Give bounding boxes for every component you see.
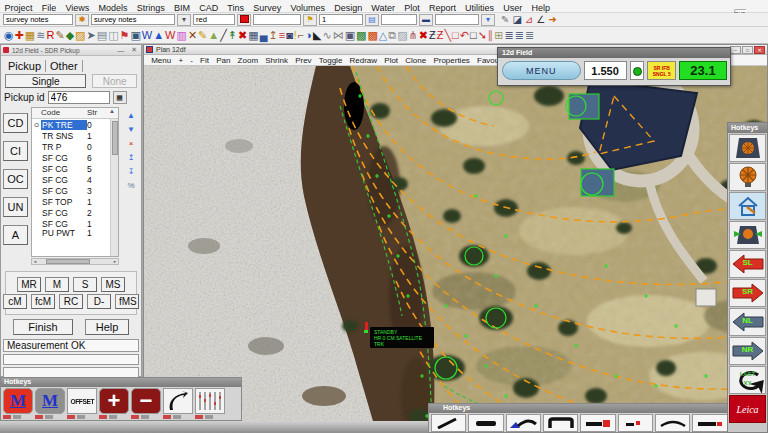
menu-item[interactable]: BIM	[169, 3, 194, 13]
toolbar-icon[interactable]: ▥	[176, 28, 186, 43]
linestyle-hotkey[interactable]	[543, 414, 578, 432]
code-table-row[interactable]: TR SNS 1	[32, 130, 118, 141]
blank-input-2[interactable]	[381, 14, 417, 25]
code-table-row[interactable]: PU PWT 1	[32, 229, 118, 237]
code-shortcut-button[interactable]: A	[3, 225, 28, 245]
plan-menu-item[interactable]: Prev	[292, 56, 316, 65]
toolbar-icon[interactable]: ➘	[478, 28, 487, 43]
toolbar-icon[interactable]: ≡	[279, 28, 285, 43]
toolbar-icon[interactable]: ↟	[228, 28, 237, 43]
toolbar-icon[interactable]: ◆	[66, 28, 74, 43]
toolbar-icon[interactable]: □	[470, 28, 477, 43]
flag-icon[interactable]: ⚑	[303, 14, 317, 26]
plus-hotkey-button[interactable]: +	[99, 388, 129, 414]
linestyle-hotkey[interactable]	[692, 414, 727, 432]
colour-input[interactable]	[193, 14, 235, 25]
measure-button[interactable]: cM	[3, 294, 27, 309]
toolbar-icon[interactable]: ▨	[397, 28, 407, 43]
scroll-up-icon[interactable]: ▲	[109, 108, 118, 118]
dialog-tab[interactable]: Pickup	[4, 60, 46, 72]
table-tool-icon[interactable]: ↧	[128, 167, 135, 176]
toolbar-icon[interactable]: ▦	[25, 28, 35, 43]
plan-menu-item[interactable]: +	[175, 56, 187, 65]
toolbar-icon[interactable]: ◉	[4, 28, 14, 43]
dialog-titlebar[interactable]: 12d Field - SDR Pickup — ✕	[1, 45, 141, 56]
toolbar-icon[interactable]: ∠	[536, 14, 545, 26]
table-vscrollbar[interactable]	[110, 119, 118, 257]
dropdown-icon[interactable]: ▾	[177, 14, 191, 26]
colour-swatch[interactable]	[237, 14, 251, 26]
toolbar-icon[interactable]: Ƶ	[429, 28, 436, 43]
toolbar-icon[interactable]: R	[46, 28, 54, 43]
blank-input-3[interactable]	[435, 14, 479, 25]
toolbar-icon[interactable]: ✎	[198, 28, 207, 43]
menu-item[interactable]: File	[37, 3, 61, 13]
menu-item[interactable]: Survey	[249, 3, 286, 13]
plan-menu-item[interactable]: Menu	[148, 56, 175, 65]
toolbar-icon[interactable]: ➜	[548, 14, 556, 26]
shot-left-hotkey[interactable]: SL	[729, 250, 766, 278]
toolbar-icon[interactable]: ↥	[268, 28, 277, 43]
menu-item[interactable]: Help	[527, 3, 555, 13]
maximize-icon[interactable]: □	[742, 46, 753, 54]
toolbar-icon[interactable]: ◙	[286, 28, 293, 43]
search-target-hotkey[interactable]	[729, 221, 766, 249]
toolbar-icon[interactable]: ▤	[97, 28, 107, 43]
linestyle-icon[interactable]: ▬	[419, 14, 433, 26]
toolbar-icon[interactable]: ◪	[512, 14, 521, 26]
pickup-id-input[interactable]	[48, 91, 110, 104]
toolbar-icon[interactable]: ✎	[55, 28, 64, 43]
dropdown-icon-2[interactable]: ▾	[481, 14, 495, 26]
table-tool-icon[interactable]: ×	[129, 139, 134, 148]
next-right-hotkey[interactable]: NR	[729, 337, 766, 365]
measure-button[interactable]: fMS	[115, 294, 139, 309]
prism-hotkey[interactable]	[729, 163, 766, 191]
staff-hotkey-button[interactable]	[195, 388, 225, 414]
pickup-id-picker-icon[interactable]: ▦	[113, 91, 127, 104]
code-shortcut-button[interactable]: CI	[3, 141, 28, 161]
code-table-row[interactable]: TR P 0	[32, 141, 118, 152]
toolbar-icon[interactable]: △	[379, 28, 387, 43]
toolbar-icon[interactable]: ⚑	[120, 28, 130, 43]
shot-right-hotkey[interactable]: SR	[729, 279, 766, 307]
linestyle-hotkey[interactable]	[655, 414, 690, 432]
none-button[interactable]: None	[92, 74, 137, 88]
toolbar-icon[interactable]: ╲	[444, 28, 451, 43]
linestyle-hotkey[interactable]	[431, 414, 466, 432]
code-table-row[interactable]: SF CG 3	[32, 185, 118, 196]
toolbar-icon[interactable]: W	[142, 28, 152, 43]
toolbar-icon[interactable]: ▣	[345, 28, 355, 43]
menu-item[interactable]: CAD	[195, 3, 223, 13]
toolbar-icon[interactable]: ✚	[15, 28, 24, 43]
plan-menu-item[interactable]: Shrink	[262, 56, 292, 65]
menu-item[interactable]: Utilities	[461, 3, 499, 13]
code-table[interactable]: Code Str ▲ O PK TRE 0	[31, 107, 119, 257]
toolbar-icon[interactable]: ≣	[525, 28, 534, 43]
single-button[interactable]: Single	[5, 74, 86, 88]
toolbar-icon[interactable]: ▩	[367, 28, 377, 43]
next-left-hotkey[interactable]: NL	[729, 308, 766, 336]
toolbar-icon[interactable]: ⋈	[333, 28, 344, 43]
menu-item[interactable]: Report	[424, 3, 460, 13]
toolbar-icon[interactable]: ╱	[220, 28, 227, 43]
field-menu-button[interactable]: MENU	[502, 61, 581, 80]
menu-item[interactable]: Strings	[132, 3, 169, 13]
table-tool-icon[interactable]: ▲	[127, 111, 135, 120]
code-table-row[interactable]: SF CG 1	[32, 218, 118, 229]
plan-menu-item[interactable]: Toggle	[315, 56, 346, 65]
table-tool-icon[interactable]: ▼	[127, 125, 135, 134]
close-icon[interactable]: ✕	[754, 46, 765, 54]
code-shortcut-button[interactable]: UN	[3, 197, 28, 217]
code-shortcut-button[interactable]: OC	[3, 169, 28, 189]
minimize-icon[interactable]: —	[115, 47, 126, 54]
swoosh-hotkey-button[interactable]	[163, 388, 193, 414]
code-table-row[interactable]: SF CG 5	[32, 163, 118, 174]
toolbar-icon[interactable]: ✎	[501, 14, 509, 26]
table-tool-icon[interactable]: %	[127, 181, 134, 190]
toolbar-icon[interactable]: ➤	[87, 28, 96, 43]
offset-hotkey-button[interactable]: OFFSET	[67, 388, 97, 414]
plan-menu-item[interactable]: Zoom	[234, 56, 262, 65]
model-input-1[interactable]	[3, 14, 73, 25]
toolbar-icon[interactable]: ∥	[488, 28, 494, 43]
measure-button[interactable]: RC	[59, 294, 83, 309]
